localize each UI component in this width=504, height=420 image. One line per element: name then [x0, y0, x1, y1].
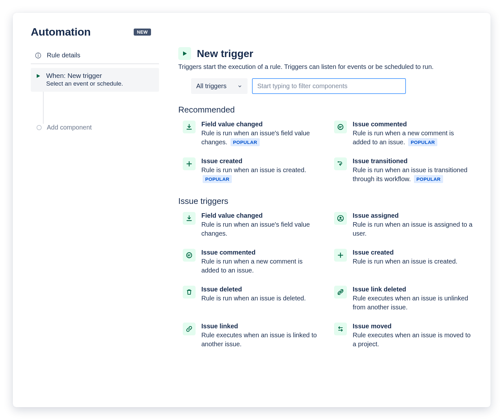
sidebar-rule-details[interactable]: Rule details	[31, 47, 159, 64]
trigger-card[interactable]: Field value changedRule is run when an i…	[183, 121, 321, 147]
sidebar-trigger-step[interactable]: When: New trigger Select an event or sch…	[31, 68, 159, 92]
add-component-row[interactable]: Add component	[31, 124, 159, 131]
trigger-header-icon	[178, 47, 191, 60]
trigger-subtitle: Select an event or schedule.	[46, 80, 123, 87]
trigger-card-title: Issue created	[353, 249, 473, 256]
node-circle-icon	[37, 125, 42, 130]
download-icon	[183, 212, 196, 225]
trigger-card[interactable]: Issue linkedRule executes when an issue …	[183, 323, 321, 349]
trigger-card-title: Issue assigned	[353, 212, 473, 219]
trigger-card-desc: Rule is run when an issue is created.	[353, 257, 473, 266]
trigger-card-desc: Rule is run when an issue is transitione…	[353, 165, 473, 183]
trigger-card-title: Issue deleted	[201, 286, 321, 293]
component-search-input[interactable]	[252, 78, 406, 94]
sidebar: Rule details When: New trigger Select an…	[31, 47, 159, 361]
trigger-grid: Field value changedRule is run when an i…	[183, 121, 473, 183]
automation-panel: Automation NEW Rule details When: New tr…	[13, 13, 491, 407]
trigger-card-title: Issue transitioned	[353, 157, 473, 165]
trigger-card-title: Field value changed	[201, 121, 321, 128]
play-icon	[35, 72, 41, 87]
trigger-card-title: Issue commented	[201, 249, 321, 256]
main-title: New trigger	[197, 48, 253, 60]
move-icon	[334, 323, 347, 335]
plus-icon	[183, 157, 196, 170]
trigger-card-title: Issue commented	[353, 121, 473, 128]
user-icon	[334, 212, 347, 225]
section-title: Issue triggers	[178, 196, 473, 206]
trigger-card[interactable]: Issue transitionedRule is run when an is…	[334, 157, 473, 183]
trigger-card-desc: Rule is run when a new comment is added …	[201, 257, 321, 275]
svg-point-2	[38, 54, 38, 54]
trigger-card-desc: Rule executes when an issue is linked to…	[201, 331, 321, 349]
popular-badge: POPULAR	[408, 138, 437, 146]
trigger-card[interactable]: Issue commentedRule is run when a new co…	[183, 249, 321, 275]
trigger-card[interactable]: Issue link deletedRule executes when an …	[334, 286, 473, 312]
popular-badge: POPULAR	[231, 138, 260, 146]
trigger-card-title: Field value changed	[201, 212, 321, 219]
connector-line	[39, 92, 159, 124]
trigger-card-desc: Rule is run when an issue's field value …	[201, 220, 321, 238]
trigger-card[interactable]: Field value changedRule is run when an i…	[183, 212, 321, 238]
trigger-card-title: Issue moved	[353, 323, 473, 330]
trigger-card-title: Issue created	[201, 157, 321, 165]
link-icon	[183, 323, 196, 335]
plus-icon	[334, 249, 347, 262]
trigger-card[interactable]: Issue assignedRule is run when an issue …	[334, 212, 473, 238]
trigger-card-title: Issue link deleted	[353, 286, 473, 293]
trigger-grid: Field value changedRule is run when an i…	[183, 212, 473, 349]
main-content: New trigger Triggers start the execution…	[178, 47, 473, 361]
trigger-card[interactable]: Issue deletedRule is run when an issue i…	[183, 286, 321, 312]
rule-details-label: Rule details	[47, 52, 80, 59]
section-title: Recommended	[178, 105, 473, 115]
trigger-card-desc: Rule is run when an issue's field value …	[201, 129, 321, 147]
trigger-card[interactable]: Issue createdRule is run when an issue i…	[183, 157, 321, 183]
trigger-card-desc: Rule is run when a new comment is added …	[353, 129, 473, 147]
trigger-card-desc: Rule executes when an issue is unlinked …	[353, 294, 473, 312]
trigger-card[interactable]: Issue createdRule is run when an issue i…	[334, 249, 473, 275]
download-icon	[183, 121, 196, 133]
trash-icon	[183, 286, 196, 298]
main-subtitle: Triggers start the execution of a rule. …	[178, 63, 473, 71]
add-component-label: Add component	[47, 124, 92, 131]
trigger-title: When: New trigger	[46, 72, 123, 80]
comment-icon	[183, 249, 196, 262]
trigger-card-desc: Rule is run when an issue is created. PO…	[201, 165, 321, 183]
chevron-down-icon	[237, 84, 242, 89]
comment-icon	[334, 121, 347, 133]
trigger-category-dropdown[interactable]: All triggers	[191, 78, 248, 94]
page-title: Automation	[31, 26, 91, 38]
popular-badge: POPULAR	[414, 175, 443, 183]
dropdown-label: All triggers	[196, 82, 226, 90]
trigger-card-desc: Rule executes when an issue is moved to …	[353, 331, 473, 349]
new-badge: NEW	[134, 29, 151, 36]
info-icon	[35, 52, 42, 59]
unlink-icon	[334, 286, 347, 298]
trigger-card[interactable]: Issue movedRule executes when an issue i…	[334, 323, 473, 349]
trigger-card-title: Issue linked	[201, 323, 321, 330]
transition-icon	[334, 157, 347, 170]
trigger-card-desc: Rule is run when an issue is deleted.	[201, 294, 321, 303]
trigger-card-desc: Rule is run when an issue is assigned to…	[353, 220, 473, 238]
popular-badge: POPULAR	[203, 175, 232, 183]
trigger-card[interactable]: Issue commentedRule is run when a new co…	[334, 121, 473, 147]
header: Automation NEW	[31, 26, 473, 38]
